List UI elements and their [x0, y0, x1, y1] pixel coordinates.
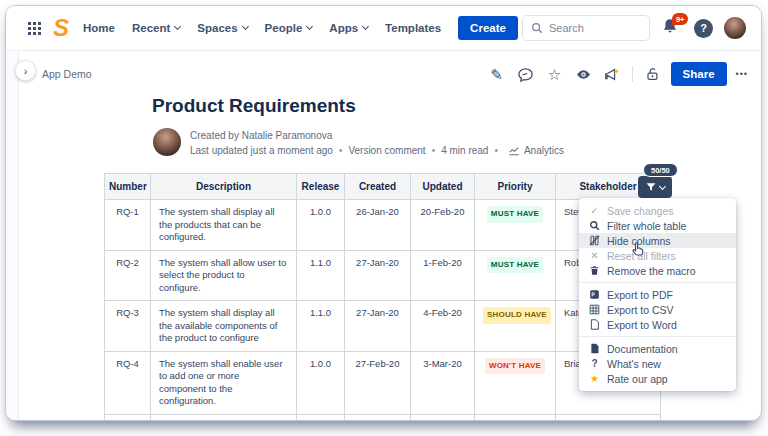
trash-icon [588, 265, 601, 276]
promote-button[interactable] [603, 64, 623, 84]
hide-columns-icon [588, 235, 601, 246]
col-header-number[interactable]: Number [105, 174, 151, 200]
priority-badge: SHOULD HAVE [483, 307, 551, 324]
menu-item-documentation[interactable]: Documentation [579, 341, 736, 356]
breadcrumb[interactable]: App Demo [42, 68, 92, 80]
cell-description: The system shall display all the product… [151, 200, 297, 251]
priority-badge: MUST HAVE [487, 257, 543, 274]
create-button[interactable]: Create [458, 16, 518, 40]
sidebar-expand-button[interactable]: › [15, 60, 36, 81]
cell-updated: 6-Mar-20 [411, 414, 475, 421]
menu-item-save-changes: ✓ Save changes [579, 203, 736, 218]
version-comment[interactable]: Version comment [333, 143, 426, 158]
cell-updated: 1-Feb-20 [411, 250, 475, 301]
comment-button[interactable] [516, 64, 536, 84]
comment-icon [517, 66, 534, 83]
chevron-right-icon: › [24, 65, 28, 77]
question-icon: ? [588, 358, 601, 369]
notifications-button[interactable]: 9+ [661, 17, 683, 39]
cell-updated: 20-Feb-20 [411, 200, 475, 251]
nav-item-home[interactable]: Home [83, 22, 115, 34]
menu-item-export-word[interactable]: Export to Word [579, 317, 736, 332]
edit-button[interactable]: ✎ [487, 64, 507, 84]
search-input[interactable] [549, 22, 634, 34]
requirements-table: Number Description Release Created Updat… [104, 173, 661, 421]
cell-description: The system shall display all the availab… [151, 301, 297, 352]
cell-release: 1.1.0 [297, 250, 345, 301]
page-title: Product Requirements [152, 95, 356, 117]
top-nav: S Home Recent Spaces People Apps Templat… [6, 6, 761, 51]
share-button[interactable]: Share [671, 62, 727, 86]
cell-description: The system shall allow user to select th… [151, 250, 297, 301]
menu-item-rate-our-app[interactable]: ★ Rate our app [579, 371, 736, 386]
cell-release: 1.0.0 [297, 200, 345, 251]
chevron-down-icon [174, 23, 181, 30]
star-icon: ☆ [548, 67, 561, 82]
search-icon [531, 22, 543, 34]
col-header-description[interactable]: Description [151, 174, 297, 200]
app-window: S Home Recent Spaces People Apps Templat… [5, 5, 762, 421]
search-box[interactable] [522, 15, 650, 41]
app-switcher-icon[interactable] [21, 15, 47, 41]
menu-item-remove-macro[interactable]: Remove the macro [579, 263, 736, 278]
more-options-button[interactable]: ••• [736, 69, 748, 79]
menu-item-reset-filters: ✕ Reset all filters [579, 248, 736, 263]
cell-priority: SHOULD HAVE [475, 301, 556, 352]
menu-item-filter-whole-table[interactable]: Filter whole table [579, 218, 736, 233]
unlock-icon [644, 66, 660, 82]
watch-button[interactable] [574, 64, 594, 84]
favorite-button[interactable]: ☆ [545, 64, 565, 84]
table-row: RQ-1 The system shall display all the pr… [105, 200, 661, 251]
more-icon: ••• [736, 69, 748, 79]
collapsed-sidebar [6, 52, 19, 420]
cursor-hand-icon [630, 241, 645, 257]
col-header-priority[interactable]: Priority [475, 174, 556, 200]
cell-created: 27-Jan-20 [345, 301, 411, 352]
col-header-created[interactable]: Created [345, 174, 411, 200]
author-avatar[interactable] [153, 128, 181, 156]
nav-item-spaces[interactable]: Spaces [197, 22, 247, 34]
nav-item-recent[interactable]: Recent [132, 22, 180, 34]
question-icon: ? [700, 22, 707, 34]
cell-description: The system shall notify the user about a… [151, 414, 297, 421]
table-filter-button[interactable] [638, 176, 672, 198]
col-header-release[interactable]: Release [297, 174, 345, 200]
cross-icon: ✕ [588, 250, 601, 261]
cell-number: RQ-5 [105, 414, 151, 421]
filter-dropdown-menu: ✓ Save changes Filter whole table Hide c… [579, 198, 736, 391]
col-header-updated[interactable]: Updated [411, 174, 475, 200]
funnel-icon [645, 181, 657, 193]
help-button[interactable]: ? [694, 19, 713, 38]
brand-logo[interactable]: S [53, 14, 69, 42]
last-updated: Last updated just a moment ago [190, 143, 333, 158]
cell-description: The system shall enable user to add one … [151, 351, 297, 414]
menu-item-hide-columns[interactable]: Hide columns [579, 233, 736, 248]
chart-icon [508, 145, 520, 156]
nav-item-templates[interactable]: Templates [385, 22, 441, 34]
byline: Created by Natalie Paramonova Last updat… [153, 128, 564, 158]
cell-priority: SHOULD HAVE [475, 414, 556, 421]
user-avatar[interactable] [724, 17, 746, 39]
magnifier-icon [588, 220, 601, 231]
cell-created: 28-Feb-20 [345, 414, 411, 421]
check-icon: ✓ [588, 205, 601, 216]
analytics-link[interactable]: Analytics [488, 143, 564, 158]
nav-item-apps[interactable]: Apps [329, 22, 368, 34]
restrictions-button[interactable] [642, 64, 662, 84]
chevron-down-icon [659, 182, 666, 189]
cell-release: 1.1.0 [297, 301, 345, 352]
cell-stakeholder: Brian Dowson [556, 414, 661, 421]
menu-item-whats-new[interactable]: ? What's new [579, 356, 736, 371]
notification-badge: 9+ [672, 13, 688, 25]
cell-created: 27-Jan-20 [345, 250, 411, 301]
nav-item-people[interactable]: People [265, 22, 313, 34]
cell-priority: MUST HAVE [475, 200, 556, 251]
filter-counter-badge: 50/50 [643, 163, 678, 177]
chevron-down-icon [306, 23, 313, 30]
document-icon [588, 343, 601, 354]
menu-item-export-pdf[interactable]: Export to PDF [579, 287, 736, 302]
table-row: RQ-3 The system shall display all the av… [105, 301, 661, 352]
menu-item-export-csv[interactable]: Export to CSV [579, 302, 736, 317]
csv-grid-icon [588, 304, 601, 315]
chevron-down-icon [242, 23, 249, 30]
